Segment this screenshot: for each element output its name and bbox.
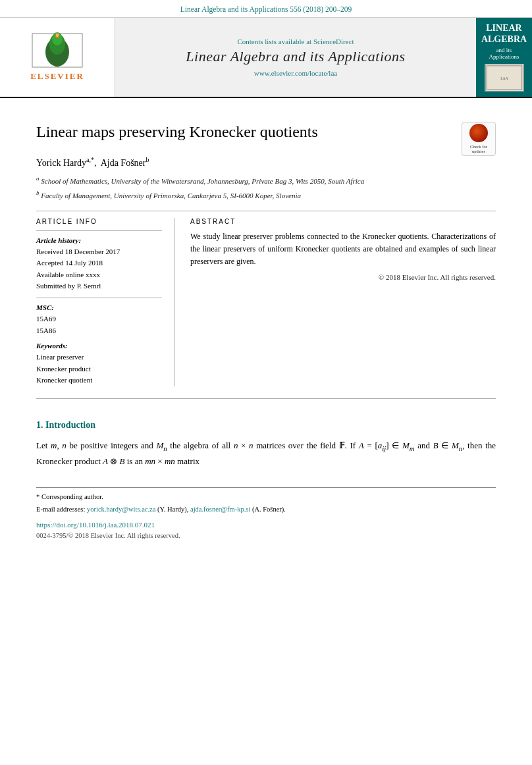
math-Mn: Mn bbox=[156, 440, 167, 450]
article-info-abstract-cols: ARTICLE INFO Article history: Received 1… bbox=[36, 218, 496, 386]
elsevier-label: ELSEVIER bbox=[30, 71, 84, 82]
math-aij: aij bbox=[378, 440, 386, 450]
msc1-line: 15A69 bbox=[36, 313, 162, 325]
elsevier-logo-area: ELSEVIER bbox=[0, 18, 115, 97]
math-B: B bbox=[433, 440, 439, 450]
issn-line: 0024-3795/© 2018 Elsevier Inc. All right… bbox=[36, 531, 496, 542]
math-nxn: n bbox=[234, 440, 238, 450]
sciencedirect-link[interactable]: ScienceDirect bbox=[313, 38, 354, 45]
page: Linear Algebra and its Applications 556 … bbox=[0, 0, 532, 765]
article-info-col: ARTICLE INFO Article history: Received 1… bbox=[36, 218, 174, 386]
author1-name: Yorick Hardy bbox=[36, 157, 86, 167]
footnote-area: * Corresponding author. E-mail addresses… bbox=[36, 487, 496, 542]
msc-label: MSC: bbox=[36, 303, 162, 311]
main-content: Linear maps preserving Kronecker quotien… bbox=[0, 98, 532, 542]
math-m: m bbox=[51, 440, 57, 450]
contents-line: Contents lists available at ScienceDirec… bbox=[237, 38, 354, 45]
msc2-line: 15A86 bbox=[36, 325, 162, 337]
divider-info bbox=[36, 230, 162, 231]
introduction-section: 1. Introduction Let m, n be positive int… bbox=[36, 420, 496, 469]
email2-name: (A. Fošner). bbox=[252, 506, 286, 513]
badge-subtitle-apps: Applications bbox=[489, 53, 519, 60]
header-center: Contents lists available at ScienceDirec… bbox=[115, 18, 476, 97]
badge-title-linear: LINEAR bbox=[486, 23, 521, 34]
authors-line: Yorick Hardya,*, Ajda Fošnerb bbox=[36, 156, 496, 169]
affil-a-super: a bbox=[36, 175, 40, 182]
keyword1-line: Linear preserver bbox=[36, 352, 162, 363]
article-title: Linear maps preserving Kronecker quotien… bbox=[36, 122, 318, 142]
journal-title: Linear Algebra and its Applications bbox=[186, 48, 405, 65]
check-for-updates-badge: Check forupdates bbox=[462, 122, 496, 156]
author1-super: a,* bbox=[86, 156, 94, 163]
math-AkronB2: B bbox=[120, 456, 125, 466]
intro-section-title: 1. Introduction bbox=[36, 420, 496, 431]
footnote-star: * Corresponding author. bbox=[36, 492, 496, 503]
math-field: 𝔽 bbox=[339, 440, 345, 450]
intro-paragraph: Let m, n be positive integers and Mn the… bbox=[36, 438, 496, 469]
history-label: Article history: bbox=[36, 236, 162, 244]
badge-title-algebra: ALGEBRA bbox=[481, 34, 527, 45]
check-updates-label: Check forupdates bbox=[470, 144, 487, 153]
received-line: Received 18 December 2017 bbox=[36, 246, 162, 258]
badge-subtitle-and: and its bbox=[496, 47, 512, 53]
email1-link[interactable]: yorick.hardy@wits.ac.za bbox=[87, 506, 155, 513]
svg-text:LAA: LAA bbox=[500, 76, 509, 80]
abstract-col: ABSTRACT We study linear preserver probl… bbox=[190, 218, 496, 386]
divider-1 bbox=[36, 211, 496, 211]
affil-b-text: Faculty of Management, University of Pri… bbox=[41, 192, 301, 199]
elsevier-tree-icon bbox=[31, 32, 84, 68]
divider-msc bbox=[36, 298, 162, 298]
math-mn: mn bbox=[145, 456, 155, 466]
journal-ref-text: Linear Algebra and its Applications 556 … bbox=[180, 5, 352, 13]
title-row: Linear maps preserving Kronecker quotien… bbox=[36, 110, 496, 156]
email-label: E-mail addresses: bbox=[36, 506, 85, 513]
abstract-header: ABSTRACT bbox=[190, 218, 496, 225]
footnote-emails: E-mail addresses: yorick.hardy@wits.ac.z… bbox=[36, 504, 496, 515]
affiliation-a: a School of Mathematics, University of t… bbox=[36, 174, 496, 186]
author2-name: Ajda Fošner bbox=[101, 157, 146, 167]
email1-name: (Y. Hardy), bbox=[157, 506, 188, 513]
journal-ref-bar: Linear Algebra and its Applications 556 … bbox=[0, 0, 532, 18]
doi-line[interactable]: https://doi.org/10.1016/j.laa.2018.07.02… bbox=[36, 519, 496, 531]
math-A: A bbox=[359, 440, 364, 450]
keywords-label: Keywords: bbox=[36, 342, 162, 350]
submitted-line: Submitted by P. Semrl bbox=[36, 280, 162, 292]
keyword3-line: Kronecker quotient bbox=[36, 375, 162, 386]
math-nxn2: n bbox=[249, 440, 253, 450]
divider-2 bbox=[36, 398, 496, 399]
math-mn2: mn bbox=[165, 456, 175, 466]
math-Mm: Mm bbox=[402, 440, 415, 450]
check-updates-icon bbox=[469, 124, 488, 142]
journal-url[interactable]: www.elsevier.com/locate/laa bbox=[254, 69, 337, 77]
affiliations: a School of Mathematics, University of t… bbox=[36, 174, 496, 201]
math-Mn2: Mn bbox=[452, 440, 462, 450]
journal-cover-icon: LAA bbox=[485, 64, 524, 92]
journal-header: ELSEVIER Contents lists available at Sci… bbox=[0, 18, 532, 98]
available-line: Available online xxxx bbox=[36, 269, 162, 281]
affil-b-super: b bbox=[36, 190, 40, 196]
accepted-line: Accepted 14 July 2018 bbox=[36, 257, 162, 269]
author2-super: b bbox=[146, 156, 149, 163]
contents-label: Contents lists available at bbox=[237, 38, 311, 45]
copyright-line: © 2018 Elsevier Inc. All rights reserved… bbox=[190, 273, 496, 281]
affiliation-b: b Faculty of Management, University of P… bbox=[36, 189, 496, 201]
article-info-header: ARTICLE INFO bbox=[36, 218, 162, 225]
math-n: n bbox=[62, 440, 66, 450]
math-AkronB: A bbox=[103, 456, 108, 466]
keyword2-line: Kronecker product bbox=[36, 363, 162, 375]
abstract-text: We study linear preserver problems conne… bbox=[190, 230, 496, 269]
journal-badge: LINEAR ALGEBRA and its Applications LAA bbox=[476, 18, 532, 97]
footnote-star-text: * Corresponding author. bbox=[36, 493, 103, 500]
affil-a-text: School of Mathematics, University of the… bbox=[41, 177, 364, 185]
email2-link[interactable]: ajda.fosner@fm-kp.si bbox=[190, 506, 250, 513]
